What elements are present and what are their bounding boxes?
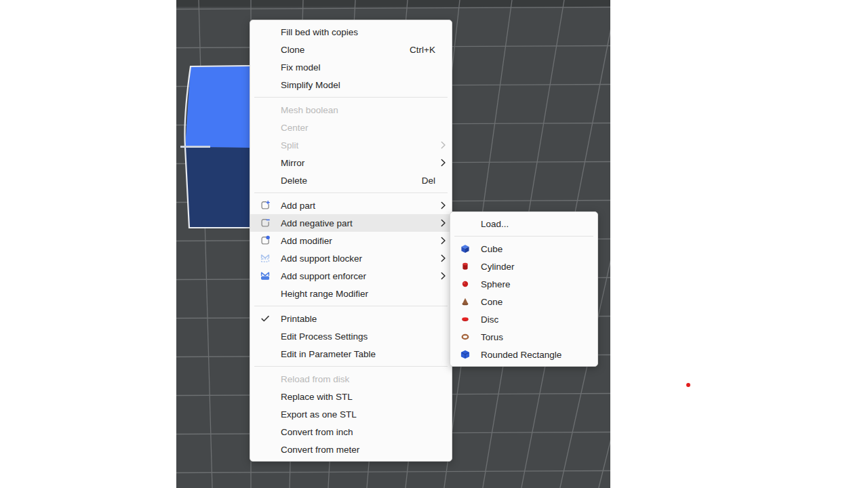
- chevron-right-icon: [439, 219, 446, 227]
- menu-separator: [254, 192, 448, 193]
- context-menu-item-delete[interactable]: DeleteDel: [250, 171, 452, 189]
- menu-item-label: Cylinder: [481, 262, 585, 272]
- disc-icon: [458, 314, 472, 325]
- context-menu-item-height-range-modifier[interactable]: Height range Modifier: [250, 285, 452, 302]
- menu-separator: [454, 236, 593, 237]
- context-menu-item-add-support-blocker[interactable]: Add support blocker: [250, 249, 452, 267]
- support-blocker-icon: [258, 253, 272, 264]
- icon-slot-empty: [258, 26, 272, 37]
- icon-slot-empty: [258, 104, 272, 115]
- icon-slot-empty: [258, 288, 272, 299]
- chevron-right-icon: [439, 272, 446, 280]
- menu-item-shortcut: Ctrl+K: [410, 45, 435, 55]
- submenu-item-cube[interactable]: Cube: [450, 240, 597, 258]
- icon-slot-empty: [258, 62, 272, 73]
- menu-item-label: Add part: [281, 201, 439, 211]
- submenu-item-load[interactable]: Load...: [450, 215, 597, 232]
- context-menu-item-add-negative-part[interactable]: Add negative part: [250, 214, 452, 232]
- icon-slot-empty: [258, 409, 272, 420]
- menu-item-label: Cube: [481, 244, 585, 254]
- icon-slot-empty: [258, 391, 272, 402]
- menu-item-label: Load...: [481, 219, 585, 229]
- menu-item-label: Cone: [481, 297, 585, 307]
- menu-item-label: Add negative part: [281, 218, 439, 228]
- context-menu-item-split: Split: [250, 136, 452, 154]
- add-modifier-icon: [258, 235, 272, 246]
- menu-item-label: Mirror: [281, 158, 439, 168]
- sphere-icon: [458, 279, 472, 289]
- menu-item-label: Convert from meter: [281, 445, 439, 455]
- icon-slot-empty: [258, 175, 272, 186]
- app-canvas: Fill bed with copiesCloneCtrl+KFix model…: [0, 0, 868, 488]
- context-menu-item-printable[interactable]: Printable: [250, 310, 452, 327]
- context-menu-item-edit-process-settings[interactable]: Edit Process Settings: [250, 327, 452, 345]
- model-top-face[interactable]: [185, 66, 250, 148]
- context-menu-item-replace-with-stl[interactable]: Replace with STL: [250, 388, 452, 405]
- menu-item-label: Split: [281, 140, 439, 150]
- torus-icon: [458, 331, 472, 342]
- context-menu: Fill bed with copiesCloneCtrl+KFix model…: [250, 20, 452, 462]
- context-menu-item-mirror[interactable]: Mirror: [250, 154, 452, 171]
- menu-item-label: Fix model: [281, 62, 439, 73]
- submenu-item-sphere[interactable]: Sphere: [450, 275, 597, 293]
- cursor-dot: [686, 383, 690, 387]
- menu-item-label: Replace with STL: [281, 392, 439, 402]
- menu-item-label: Fill bed with copies: [281, 27, 439, 37]
- context-menu-item-fill-bed-with-copies[interactable]: Fill bed with copies: [250, 23, 452, 41]
- menu-item-label: Edit in Parameter Table: [281, 349, 439, 359]
- menu-item-label: Convert from inch: [281, 427, 439, 437]
- icon-slot-empty: [258, 140, 272, 150]
- context-menu-item-simplify-model[interactable]: Simplify Model: [250, 76, 452, 94]
- context-menu-item-clone[interactable]: CloneCtrl+K: [250, 41, 452, 58]
- menu-item-label: Center: [281, 123, 439, 133]
- menu-item-label: Export as one STL: [281, 409, 439, 420]
- context-menu-item-add-support-enforcer[interactable]: Add support enforcer: [250, 267, 452, 285]
- cone-icon: [458, 296, 472, 307]
- menu-item-label: Add support blocker: [281, 253, 439, 264]
- context-menu-item-mesh-boolean: Mesh boolean: [250, 101, 452, 119]
- chevron-right-icon: [439, 159, 446, 167]
- menu-item-label: Torus: [481, 332, 585, 342]
- menu-item-label: Add modifier: [281, 236, 439, 246]
- menu-item-label: Delete: [281, 176, 422, 186]
- context-menu-item-edit-in-parameter-table[interactable]: Edit in Parameter Table: [250, 345, 452, 363]
- menu-item-label: Clone: [281, 45, 410, 55]
- model-front-face[interactable]: [185, 147, 250, 228]
- menu-item-label: Sphere: [481, 279, 585, 289]
- menu-item-label: Printable: [281, 314, 439, 324]
- context-menu-item-reload-from-disk: Reload from disk: [250, 370, 452, 388]
- menu-item-label: Add support enforcer: [281, 271, 439, 281]
- add-negative-part-icon: [258, 218, 272, 228]
- submenu-item-rounded-rectangle[interactable]: Rounded Rectangle: [450, 346, 597, 363]
- submenu-item-cylinder[interactable]: Cylinder: [450, 258, 597, 275]
- context-menu-item-convert-from-inch[interactable]: Convert from inch: [250, 423, 452, 441]
- icon-slot-empty: [258, 426, 272, 437]
- context-menu-item-add-part[interactable]: Add part: [250, 197, 452, 214]
- context-menu-item-convert-from-meter[interactable]: Convert from meter: [250, 441, 452, 458]
- icon-slot-empty: [258, 331, 272, 342]
- context-menu-item-center: Center: [250, 119, 452, 136]
- chevron-right-icon: [439, 141, 446, 149]
- icon-slot-empty: [258, 122, 272, 133]
- submenu-item-cone[interactable]: Cone: [450, 293, 597, 310]
- submenu-item-disc[interactable]: Disc: [450, 310, 597, 328]
- submenu-item-torus[interactable]: Torus: [450, 328, 597, 346]
- support-enforcer-icon: [258, 270, 272, 281]
- menu-separator: [254, 97, 448, 98]
- cylinder-icon: [458, 261, 472, 272]
- context-menu-item-add-modifier[interactable]: Add modifier: [250, 232, 452, 249]
- menu-item-label: Height range Modifier: [281, 289, 439, 299]
- menu-separator: [254, 306, 448, 306]
- add-part-icon: [258, 200, 272, 211]
- context-menu-item-export-as-one-stl[interactable]: Export as one STL: [250, 405, 452, 423]
- context-menu-item-fix-model[interactable]: Fix model: [250, 58, 452, 76]
- rounded-rectangle-icon: [458, 349, 472, 360]
- icon-slot-empty: [458, 218, 472, 229]
- menu-item-label: Reload from disk: [281, 374, 439, 384]
- icon-slot-empty: [258, 348, 272, 359]
- cube-icon: [458, 243, 472, 254]
- icon-slot-empty: [258, 373, 272, 384]
- model-edge-highlight: [180, 146, 210, 148]
- chevron-right-icon: [439, 254, 446, 262]
- menu-item-label: Simplify Model: [281, 80, 439, 90]
